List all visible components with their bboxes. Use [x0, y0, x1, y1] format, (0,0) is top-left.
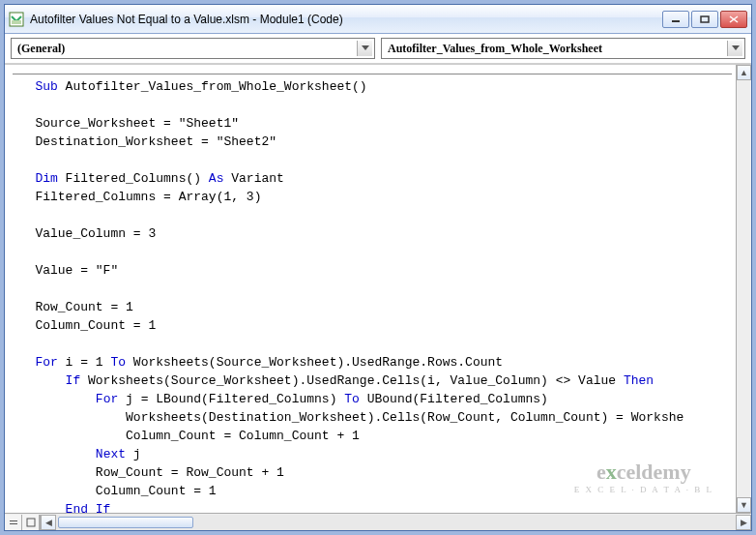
maximize-button[interactable]	[691, 11, 718, 28]
object-dropdown[interactable]: (General)	[11, 38, 375, 59]
minimize-button[interactable]	[662, 11, 689, 28]
svg-rect-7	[10, 523, 17, 524]
procedure-dropdown-value: Autofilter_Values_from_Whole_Worksheet	[388, 42, 602, 56]
vertical-scrollbar[interactable]: ▲ ▼	[736, 65, 751, 513]
procedure-view-button[interactable]	[5, 515, 22, 530]
close-button[interactable]	[720, 11, 747, 28]
object-dropdown-value: (General)	[17, 42, 65, 56]
chevron-down-icon	[727, 41, 742, 56]
horizontal-scrollbar[interactable]: ◀ ▶	[40, 515, 751, 530]
procedure-dropdown[interactable]: Autofilter_Values_from_Whole_Worksheet	[381, 38, 745, 59]
scroll-up-button[interactable]: ▲	[737, 65, 751, 80]
full-module-view-button[interactable]	[22, 515, 40, 530]
scroll-down-button[interactable]: ▼	[737, 497, 751, 513]
code-editor[interactable]: Sub Autofilter_Values_from_Whole_Workshe…	[5, 65, 736, 513]
chevron-down-icon	[357, 41, 372, 56]
svg-rect-8	[27, 519, 35, 526]
code-area: Sub Autofilter_Values_from_Whole_Workshe…	[5, 64, 751, 513]
svg-rect-1	[12, 20, 21, 24]
svg-rect-3	[701, 16, 709, 22]
scroll-left-button[interactable]: ◀	[41, 515, 56, 530]
window-title: Autofilter Values Not Equal to a Value.x…	[30, 13, 662, 26]
bottom-bar: ◀ ▶	[5, 513, 751, 530]
code-window: Autofilter Values Not Equal to a Value.x…	[4, 4, 752, 531]
scroll-thumb[interactable]	[58, 517, 193, 528]
titlebar: Autofilter Values Not Equal to a Value.x…	[5, 5, 751, 34]
object-proc-selectors: (General) Autofilter_Values_from_Whole_W…	[5, 34, 751, 64]
vba-module-icon	[9, 12, 24, 27]
scroll-right-button[interactable]: ▶	[736, 515, 751, 530]
svg-rect-6	[10, 520, 17, 521]
window-buttons	[662, 11, 747, 28]
